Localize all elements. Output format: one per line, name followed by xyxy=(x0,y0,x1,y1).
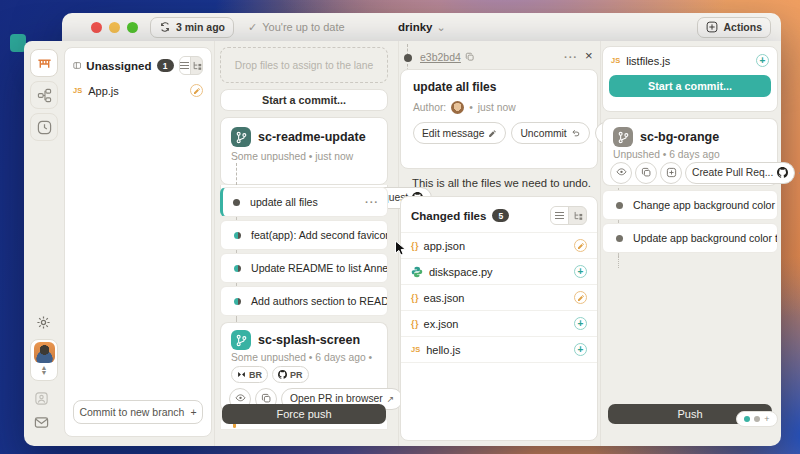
copy-branch-button[interactable] xyxy=(635,162,657,184)
branch-header[interactable]: sc-bg-orange xyxy=(603,119,777,148)
actions-button[interactable]: Actions xyxy=(697,17,771,38)
tree-view-button[interactable] xyxy=(569,207,586,224)
commit-row-selected[interactable]: update all files ··· xyxy=(220,187,388,217)
detail-menu-button[interactable]: ··· xyxy=(564,51,578,63)
unassigned-header: Unassigned 1 xyxy=(65,48,211,81)
commit-title: update all files xyxy=(413,80,585,94)
changed-file-row[interactable]: diskspace.py + xyxy=(401,258,597,284)
changed-file-row[interactable]: JS hello.js + xyxy=(401,336,597,363)
external-link-icon: ↗ xyxy=(387,394,395,404)
changed-file-row[interactable]: { } app.json xyxy=(401,232,597,258)
eye-icon xyxy=(235,393,246,404)
pr-badge[interactable]: PR xyxy=(272,366,309,383)
changed-files-title: Changed files xyxy=(411,210,486,222)
uncommit-button[interactable]: Uncommit xyxy=(511,122,589,144)
changed-file-row[interactable]: { } eas.json xyxy=(401,284,597,310)
drop-zone[interactable]: Drop files to assign to the lane xyxy=(220,47,388,83)
start-commit-button-lane1[interactable]: Start a commit... xyxy=(220,89,388,111)
commit-time: just now xyxy=(478,102,516,113)
review-button[interactable] xyxy=(610,162,632,184)
added-status-icon: + xyxy=(574,317,587,330)
close-detail-button[interactable]: × xyxy=(585,48,593,63)
js-file-icon: JS xyxy=(611,56,620,65)
project-avatar-switcher[interactable]: ▲▼ xyxy=(30,339,58,381)
sync-status-label: You're up to date xyxy=(262,21,344,33)
add-stack-icon: + xyxy=(764,415,769,424)
branch-header[interactable]: sc-splash-screen xyxy=(221,323,387,351)
actions-icon xyxy=(706,21,718,33)
commit-rail-dashed xyxy=(236,163,237,185)
commit-menu-button[interactable]: ··· xyxy=(365,196,379,208)
changed-files-header: Changed files 5 xyxy=(401,197,597,232)
commit-row[interactable]: Update app background color t... xyxy=(602,223,778,253)
commit-row[interactable]: Update README to list Anne as pr... xyxy=(220,253,388,283)
commit-row[interactable]: Add authors section to README file xyxy=(220,286,388,316)
create-pr-button[interactable]: Create Pull Req... xyxy=(685,162,795,184)
tree-view-button[interactable] xyxy=(191,57,202,74)
window-titlebar: 3 min ago ✓ You're up to date drinky ⌄ A… xyxy=(62,13,781,42)
commit-message: Change app background color t... xyxy=(633,199,778,211)
fetch-button[interactable]: 3 min ago xyxy=(150,17,234,38)
project-switcher[interactable]: drinky ⌄ xyxy=(398,21,446,34)
start-commit-button-lane2[interactable]: Start a commit... xyxy=(609,75,771,97)
avatar xyxy=(34,342,55,363)
nav-history-button[interactable] xyxy=(30,113,58,141)
branch-review-badge[interactable]: BR xyxy=(231,366,268,383)
settings-button[interactable] xyxy=(32,311,54,333)
changed-file-row[interactable]: { } ex.json + xyxy=(401,310,597,336)
add-dependent-branch-button[interactable] xyxy=(660,162,682,184)
branch-header[interactable]: sc-readme-update xyxy=(221,118,387,149)
github-icon xyxy=(777,167,788,178)
commit-to-new-branch-button[interactable]: Commit to new branch + xyxy=(73,400,203,424)
edit-message-button[interactable]: Edit message xyxy=(413,122,506,144)
assigned-file-row[interactable]: JS listfiles.js + xyxy=(603,47,777,71)
window-body: ▲▼ Unassigned 1 JS App.js xyxy=(24,41,781,446)
drop-zone-hint: Drop files to assign to the lane xyxy=(235,60,374,71)
start-commit-label: Start a commit... xyxy=(648,80,732,92)
stack-page-indicator[interactable]: + xyxy=(736,411,778,427)
copy-icon xyxy=(261,393,272,404)
commit-action-buttons: Edit message Uncommit Edit commit xyxy=(413,122,585,144)
close-window-button[interactable] xyxy=(91,22,102,33)
nav-branches-button[interactable] xyxy=(30,81,58,109)
branch-icon xyxy=(235,131,248,144)
unassigned-file-row[interactable]: JS App.js xyxy=(65,81,211,100)
sync-status: ✓ You're up to date xyxy=(248,21,345,34)
commit-hash-link[interactable]: e3b2bd4 xyxy=(420,51,475,63)
uncommit-label: Uncommit xyxy=(520,128,566,139)
list-view-button[interactable] xyxy=(180,57,191,74)
file-name: hello.js xyxy=(426,344,460,356)
feedback-button[interactable] xyxy=(34,415,49,430)
branch-meta: Some unpushed • just now xyxy=(221,149,387,168)
workspace-icon xyxy=(37,56,52,71)
force-push-button[interactable]: Force push xyxy=(222,404,386,424)
history-icon xyxy=(37,120,52,135)
profile-button[interactable] xyxy=(34,391,49,406)
commit-message: feat(app): Add second favicon to ... xyxy=(251,229,388,241)
commit-row[interactable]: Change app background color t... xyxy=(602,190,778,220)
nav-workspace-button[interactable] xyxy=(30,49,58,77)
commit-rail-dotted xyxy=(618,256,619,268)
panel-icon xyxy=(73,59,81,72)
github-icon xyxy=(278,370,287,379)
list-view-button[interactable] xyxy=(551,207,569,224)
commit-description: This is all the files we need to undo. xyxy=(412,177,591,189)
minimize-window-button[interactable] xyxy=(109,22,120,33)
undo-icon xyxy=(571,128,581,138)
modified-status-icon xyxy=(190,84,203,97)
file-name: eas.json xyxy=(424,292,465,304)
commit-author-row: Author: • just now xyxy=(413,101,585,114)
start-commit-label: Start a commit... xyxy=(262,94,346,106)
force-push-label: Force push xyxy=(276,408,331,420)
branch-icon xyxy=(235,334,248,347)
js-file-icon: JS xyxy=(73,86,82,95)
unassigned-title: Unassigned xyxy=(86,60,151,72)
commit-row[interactable]: feat(app): Add second favicon to ... xyxy=(220,220,388,250)
copy-icon xyxy=(465,52,475,62)
branches-icon xyxy=(37,88,52,103)
zoom-window-button[interactable] xyxy=(127,22,138,33)
commit-dot-local-and-remote xyxy=(234,232,241,239)
assigned-files-card: JS listfiles.js + Start a commit... xyxy=(602,46,778,112)
tree-icon xyxy=(572,210,583,221)
create-pr-label: Create Pull Req... xyxy=(692,167,773,178)
